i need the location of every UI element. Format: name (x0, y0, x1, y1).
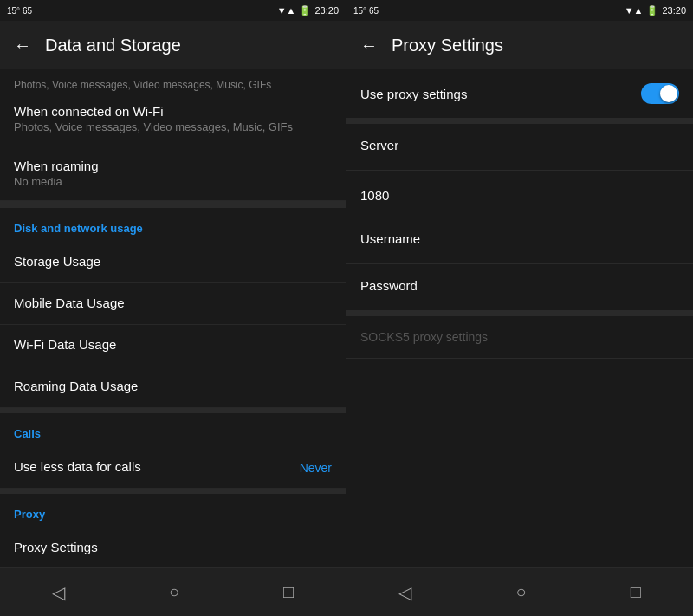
storage-usage-title: Storage Usage (14, 254, 332, 269)
right-status-icons: 15° 65 (353, 6, 379, 16)
left-content: Photos, Voice messages, Video messages, … (0, 69, 346, 567)
left-status-bar: 15° 65 ▼▲ 🔋 23:20 (0, 0, 346, 21)
username-label: Username (360, 231, 679, 246)
battery-icon: 🔋 (299, 5, 311, 16)
right-status-bar: 15° 65 ▼▲ 🔋 23:20 (346, 0, 693, 21)
roaming-item[interactable]: When roaming No media (0, 146, 346, 201)
username-item[interactable]: Username (346, 217, 693, 264)
use-proxy-label: Use proxy settings (360, 87, 467, 101)
left-status-icons: 15° 65 (7, 6, 32, 16)
right-back-button[interactable]: ← (360, 36, 378, 55)
wifi-item[interactable]: When connected on Wi-Fi Photos, Voice me… (0, 92, 346, 146)
mobile-data-item[interactable]: Mobile Data Usage (0, 283, 346, 325)
port-value: 1080 (360, 188, 679, 203)
signal-icon: ▼▲ (277, 5, 296, 16)
calls-section-header: Calls (0, 413, 346, 447)
wifi-title: When connected on Wi-Fi (14, 104, 332, 119)
roaming-title: When roaming (14, 159, 332, 173)
right-page-title: Proxy Settings (392, 36, 503, 55)
less-data-title: Use less data for calls (14, 459, 141, 474)
server-item[interactable]: Server (346, 124, 693, 171)
right-panel: 15° 65 ▼▲ 🔋 23:20 ← Proxy Settings Use p… (346, 0, 693, 616)
password-item[interactable]: Password (346, 264, 693, 311)
left-page-title: Data and Storage (45, 36, 181, 55)
proxy-toggle[interactable] (641, 83, 679, 104)
proxy-settings-title: Proxy Settings (14, 540, 332, 554)
left-nav-bar: ◁ ○ □ (0, 567, 346, 616)
server-label: Server (360, 138, 679, 152)
disk-section-header: Disk and network usage (0, 208, 346, 242)
less-data-calls-item[interactable]: Use less data for calls Never (0, 447, 346, 489)
socks5-item[interactable]: SOCKS5 proxy settings (346, 316, 693, 359)
left-top-bar: ← Data and Storage (0, 21, 346, 69)
roaming-subtitle: No media (14, 175, 332, 188)
proxy-settings-item[interactable]: Proxy Settings (0, 528, 346, 567)
socks5-label: SOCKS5 proxy settings (360, 330, 679, 344)
roaming-data-title: Roaming Data Usage (14, 379, 332, 393)
roaming-data-item[interactable]: Roaming Data Usage (0, 366, 346, 408)
right-time-display: 23:20 (662, 5, 686, 16)
mobile-data-title: Mobile Data Usage (14, 295, 332, 310)
left-back-nav[interactable]: ◁ (42, 572, 75, 613)
right-recent-nav[interactable]: □ (620, 572, 651, 613)
password-label: Password (360, 278, 679, 293)
left-back-button[interactable]: ← (14, 36, 31, 55)
time-display: 23:20 (314, 5, 339, 16)
wifi-data-item[interactable]: Wi-Fi Data Usage (0, 325, 346, 366)
wifi-data-title: Wi-Fi Data Usage (14, 337, 332, 352)
left-home-nav[interactable]: ○ (159, 572, 190, 613)
wifi-subtitle: Photos, Voice messages, Video messages, … (14, 120, 332, 133)
right-back-nav[interactable]: ◁ (388, 572, 422, 613)
proxy-section-header: Proxy (0, 494, 346, 528)
right-signal-icon: ▼▲ (625, 5, 644, 16)
left-panel: 15° 65 ▼▲ 🔋 23:20 ← Data and Storage Pho… (0, 0, 346, 616)
left-recent-nav[interactable]: □ (273, 572, 304, 613)
use-proxy-item[interactable]: Use proxy settings (346, 69, 693, 119)
right-top-bar: ← Proxy Settings (346, 21, 693, 69)
less-data-value: Never (300, 461, 332, 475)
top-subtitle: Photos, Voice messages, Video messages, … (0, 69, 346, 92)
right-home-nav[interactable]: ○ (505, 572, 536, 613)
port-item[interactable]: 1080 (346, 171, 693, 217)
storage-usage-item[interactable]: Storage Usage (0, 242, 346, 283)
right-battery-icon: 🔋 (646, 5, 658, 16)
right-content: Use proxy settings Server 1080 Username … (346, 69, 693, 567)
right-nav-bar: ◁ ○ □ (346, 567, 693, 616)
